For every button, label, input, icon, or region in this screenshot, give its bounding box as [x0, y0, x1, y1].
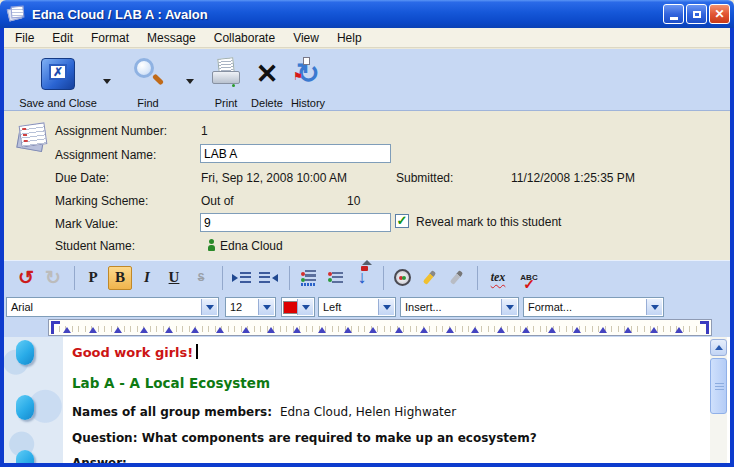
tab-stop-marker[interactable]: [318, 327, 326, 333]
tab-stop-marker[interactable]: [624, 327, 632, 333]
menu-format[interactable]: Format: [82, 29, 138, 47]
alignment-select[interactable]: Left: [318, 297, 396, 317]
tab-stop-marker[interactable]: [369, 327, 377, 333]
menu-collaborate[interactable]: Collaborate: [205, 29, 284, 47]
tab-stop-marker[interactable]: [548, 327, 556, 333]
tab-stop-marker[interactable]: [242, 327, 250, 333]
history-icon: ↻ ⚑: [291, 57, 325, 91]
tab-stop-marker[interactable]: [650, 327, 658, 333]
spellcheck-button[interactable]: ABC: [515, 266, 543, 290]
tab-stop-marker[interactable]: [89, 327, 97, 333]
right-margin-marker[interactable]: [700, 321, 709, 334]
find-dropdown-chevron-icon[interactable]: [186, 79, 194, 84]
message-body-editor[interactable]: Good work girls! Lab A - A Local Ecosyst…: [4, 337, 730, 463]
vertical-scrollbar[interactable]: [710, 337, 727, 463]
insert-quote-button[interactable]: [296, 266, 320, 290]
tab-stop-marker[interactable]: [471, 327, 479, 333]
close-button[interactable]: ✕: [709, 4, 730, 24]
tab-stop-marker[interactable]: [344, 327, 352, 333]
font-size-select[interactable]: 12: [225, 297, 276, 317]
menu-help[interactable]: Help: [328, 29, 371, 47]
save-and-close-label: Save and Close: [19, 94, 97, 109]
tab-stop-marker[interactable]: [191, 327, 199, 333]
student-name-value[interactable]: Edna Cloud: [220, 239, 283, 253]
menu-edit[interactable]: Edit: [43, 29, 82, 47]
format-select[interactable]: Format...: [523, 297, 664, 317]
find-icon: [131, 57, 165, 91]
history-button[interactable]: ↻ ⚑ History: [286, 53, 330, 109]
plain-style-button[interactable]: P: [81, 266, 105, 290]
left-margin-marker[interactable]: [51, 321, 60, 334]
ruler[interactable]: [48, 319, 712, 336]
text-cursor: [196, 344, 198, 359]
paragraph-icon: [328, 271, 343, 284]
save-and-close-button[interactable]: ✗ Save and Close: [10, 53, 106, 109]
delete-button[interactable]: ✕ Delete: [246, 53, 288, 109]
revisions-button[interactable]: [390, 266, 414, 290]
tab-stop-marker[interactable]: [675, 327, 683, 333]
insert-file-button[interactable]: ↓: [350, 266, 374, 290]
format-painter-button[interactable]: [417, 266, 441, 290]
spellcheck-as-you-type-button[interactable]: tex: [484, 266, 512, 290]
tab-stop-marker[interactable]: [114, 327, 122, 333]
history-label: History: [291, 94, 325, 109]
find-button[interactable]: Find: [122, 53, 174, 109]
redo-button[interactable]: ↻: [41, 266, 65, 290]
font-controls: Arial 12 Left Insert... Format...: [4, 294, 730, 318]
delete-icon: ✕: [256, 61, 279, 88]
splitter-handle-icon[interactable]: [362, 260, 372, 265]
indent-button[interactable]: [229, 266, 253, 290]
minimize-button[interactable]: [663, 4, 684, 24]
quote-icon: [301, 271, 316, 284]
tab-stop-marker[interactable]: [522, 327, 530, 333]
maximize-button[interactable]: [686, 4, 707, 24]
close-icon: ✕: [714, 7, 724, 21]
font-color-select[interactable]: [281, 297, 315, 317]
bold-button[interactable]: B: [108, 266, 132, 290]
tab-stop-marker[interactable]: [446, 327, 454, 333]
format-toolbar: ↺ ↻ P B I U S ↓ tex ABC: [4, 260, 730, 294]
student-name-label: Student Name:: [55, 239, 135, 253]
due-date-value: Fri, Sep 12, 2008 10:00 AM: [201, 171, 347, 185]
tab-stop-marker[interactable]: [420, 327, 428, 333]
font-family-select[interactable]: Arial: [6, 297, 219, 317]
tab-stop-marker[interactable]: [267, 327, 275, 333]
scroll-up-button[interactable]: [710, 339, 727, 356]
spellcheck-icon: ABC: [520, 273, 537, 282]
down-arrow-icon: ↓: [358, 267, 367, 288]
tab-stop-marker[interactable]: [140, 327, 148, 333]
tab-stop-marker[interactable]: [63, 327, 71, 333]
tab-stop-marker[interactable]: [293, 327, 301, 333]
insert-paragraph-button[interactable]: [323, 266, 347, 290]
outdent-button[interactable]: [256, 266, 280, 290]
insert-select[interactable]: Insert...: [400, 297, 519, 317]
italic-button[interactable]: I: [135, 266, 159, 290]
scrollbar-thumb[interactable]: [710, 358, 727, 414]
tab-stop-marker[interactable]: [573, 327, 581, 333]
reveal-mark-checkbox[interactable]: ✓: [395, 214, 409, 228]
tab-stop-marker[interactable]: [165, 327, 173, 333]
underline-button[interactable]: U: [162, 266, 186, 290]
tab-stop-marker[interactable]: [395, 327, 403, 333]
tab-stop-marker[interactable]: [497, 327, 505, 333]
group-members-names: Edna Cloud, Helen Highwater: [280, 405, 456, 419]
mark-value-label: Mark Value:: [55, 217, 118, 231]
menu-message[interactable]: Message: [138, 29, 205, 47]
question-line: Question: What components are required t…: [72, 431, 537, 445]
mark-value-input[interactable]: [200, 213, 391, 232]
print-button[interactable]: Print: [204, 53, 248, 109]
menu-view[interactable]: View: [284, 29, 328, 47]
tab-stop-marker[interactable]: [599, 327, 607, 333]
tab-stop-marker[interactable]: [216, 327, 224, 333]
teacher-comment: Good work girls!: [72, 344, 198, 360]
toolbar-separator: [74, 266, 75, 290]
save-dropdown-chevron-icon[interactable]: [103, 79, 111, 84]
assignment-name-input[interactable]: [200, 144, 391, 163]
submitted-label: Submitted:: [396, 171, 453, 185]
menu-file[interactable]: File: [6, 29, 43, 47]
menu-bar: File Edit Format Message Collaborate Vie…: [4, 28, 730, 48]
strikethrough-button[interactable]: S: [189, 266, 213, 290]
undo-button[interactable]: ↺: [14, 266, 38, 290]
format-eraser-button[interactable]: [444, 266, 468, 290]
due-date-label: Due Date:: [55, 171, 109, 185]
